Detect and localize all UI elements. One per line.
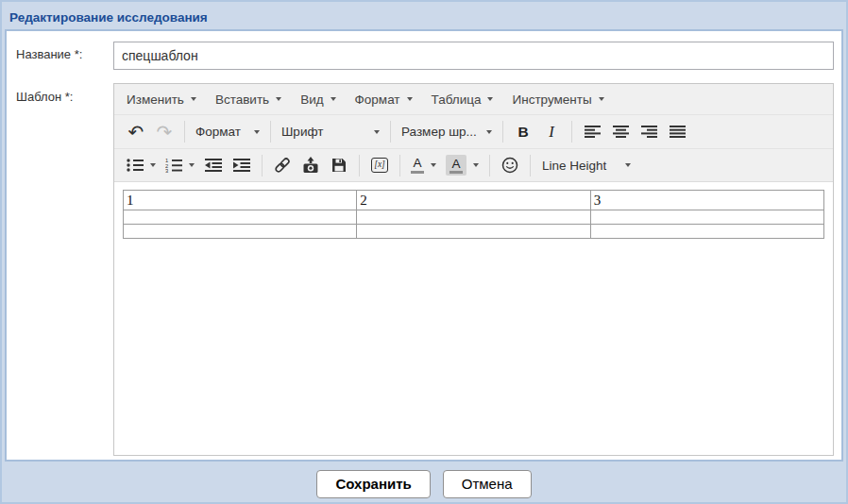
italic-button[interactable]: I <box>538 119 565 145</box>
font-size-select[interactable]: Размер шр... <box>398 119 496 145</box>
line-height-select[interactable]: Line Height <box>538 152 635 178</box>
menu-insert-label: Вставить <box>215 92 269 107</box>
emoticons-button[interactable] <box>497 152 523 178</box>
align-justify-button[interactable] <box>664 119 690 145</box>
background-color-icon: A <box>446 155 466 176</box>
toolbar-separator <box>530 155 531 176</box>
bold-button[interactable]: B <box>510 119 536 145</box>
caret-down-icon <box>276 97 281 101</box>
svg-text:3: 3 <box>165 168 168 173</box>
align-left-button[interactable] <box>579 119 605 145</box>
undo-button[interactable]: ↶ <box>123 119 149 145</box>
save-button[interactable]: Сохранить <box>316 470 430 498</box>
indent-button[interactable] <box>229 152 255 178</box>
cancel-button[interactable]: Отмена <box>443 470 532 498</box>
caret-down-icon <box>487 97 493 101</box>
editor-toolbar-1: ↶ ↷ Формат Шрифт Размер шр... <box>114 114 833 148</box>
font-size-select-label: Размер шр... <box>401 125 477 139</box>
toolbar-separator <box>399 155 400 176</box>
text-color-icon: A <box>411 157 424 174</box>
menu-tools-label: Инструменты <box>512 92 591 107</box>
caret-down-icon <box>374 130 380 134</box>
outdent-button[interactable] <box>200 152 227 178</box>
code-sample-icon: [x] <box>371 158 388 172</box>
menu-format[interactable]: Формат <box>348 88 419 111</box>
menu-edit-label: Изменить <box>127 92 184 107</box>
caret-down-icon <box>486 130 492 134</box>
dialog-header: Редактирование исследования <box>2 2 846 29</box>
smiley-icon <box>501 157 518 174</box>
menu-format-label: Формат <box>355 92 400 107</box>
insert-link-button[interactable] <box>269 152 296 178</box>
caret-down-icon <box>431 163 436 167</box>
caret-down-icon <box>150 163 156 167</box>
save-content-button[interactable] <box>326 152 352 178</box>
align-center-button[interactable] <box>607 119 634 145</box>
text-color-button[interactable]: A <box>407 152 440 178</box>
undo-icon: ↶ <box>128 123 144 142</box>
menu-insert[interactable]: Вставить <box>209 88 288 111</box>
name-label: Название *: <box>16 47 82 61</box>
toolbar-separator <box>571 121 572 143</box>
numbered-list-icon: 1 2 3 <box>165 158 182 173</box>
line-height-select-label: Line Height <box>542 159 606 173</box>
table-cell[interactable] <box>590 225 823 239</box>
upload-image-button[interactable] <box>297 152 324 178</box>
caret-down-icon <box>331 97 336 101</box>
caret-down-icon <box>625 163 631 167</box>
toolbar-separator <box>184 121 185 143</box>
code-sample-button[interactable]: [x] <box>366 152 393 178</box>
italic-icon: I <box>549 123 554 142</box>
align-left-icon <box>585 126 601 138</box>
font-select[interactable]: Шрифт <box>278 119 383 145</box>
menu-tools[interactable]: Инструменты <box>505 88 610 111</box>
editor-content-area[interactable]: 1 2 3 <box>114 182 833 455</box>
content-table: 1 2 3 <box>123 190 824 239</box>
menu-table-label: Таблица <box>432 92 482 107</box>
toolbar-separator <box>359 155 360 176</box>
redo-button[interactable]: ↷ <box>151 119 178 145</box>
font-select-label: Шрифт <box>281 125 323 139</box>
caret-down-icon <box>254 130 260 134</box>
table-cell[interactable] <box>357 210 590 225</box>
table-cell[interactable] <box>124 210 357 225</box>
table-cell[interactable]: 2 <box>357 191 590 210</box>
align-right-button[interactable] <box>636 119 662 145</box>
template-label: Шаблон *: <box>16 90 73 104</box>
dialog-footer: Сохранить Отмена <box>2 462 846 504</box>
background-color-button[interactable]: A <box>442 152 483 178</box>
format-select[interactable]: Формат <box>192 119 263 145</box>
caret-down-icon <box>191 97 196 101</box>
bullet-list-button[interactable] <box>123 152 160 178</box>
table-cell[interactable] <box>357 225 590 239</box>
editor-menubar: Изменить Вставить Вид Формат Таблица <box>114 84 833 114</box>
caret-down-icon <box>473 163 479 167</box>
menu-view[interactable]: Вид <box>294 88 342 111</box>
link-icon <box>274 157 291 174</box>
table-cell[interactable] <box>124 225 357 239</box>
edit-study-dialog: Редактирование исследования Название *: … <box>0 0 848 504</box>
format-select-label: Формат <box>195 125 241 139</box>
outdent-icon <box>205 159 222 172</box>
save-icon <box>331 157 348 174</box>
name-input[interactable] <box>113 42 834 70</box>
bold-icon: B <box>517 124 528 141</box>
table-cell[interactable] <box>590 210 823 225</box>
numbered-list-button[interactable]: 1 2 3 <box>161 152 198 178</box>
align-right-icon <box>641 126 657 138</box>
dialog-title: Редактирование исследования <box>9 10 208 25</box>
rich-text-editor: Изменить Вставить Вид Формат Таблица <box>113 83 834 456</box>
table-cell[interactable]: 1 <box>124 191 357 210</box>
table-row <box>124 225 824 239</box>
menu-edit[interactable]: Изменить <box>120 88 203 111</box>
align-justify-icon <box>670 126 686 138</box>
editor-toolbar-2: 1 2 3 <box>114 148 833 182</box>
caret-down-icon <box>599 97 604 101</box>
table-row <box>124 210 824 225</box>
toolbar-separator <box>489 155 490 176</box>
toolbar-separator <box>270 121 271 143</box>
menu-table[interactable]: Таблица <box>425 88 500 111</box>
table-cell[interactable]: 3 <box>590 191 823 210</box>
align-center-icon <box>613 126 629 138</box>
redo-icon: ↷ <box>157 123 173 142</box>
